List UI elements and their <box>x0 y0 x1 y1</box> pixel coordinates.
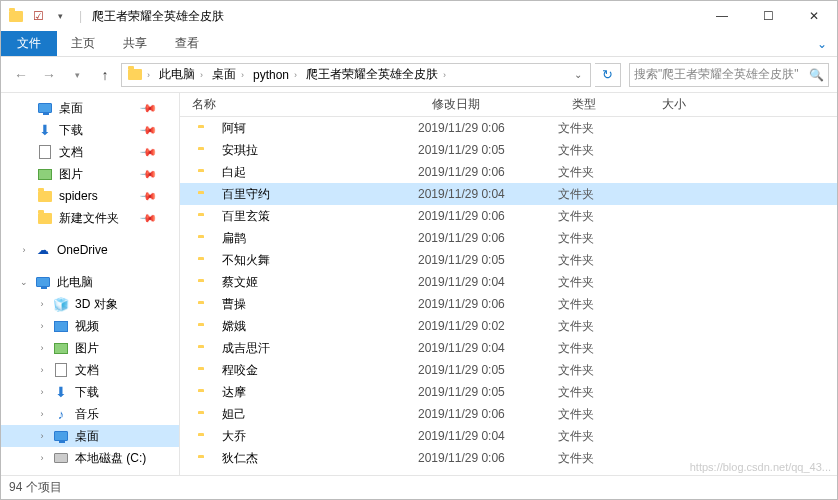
sidebar-item[interactable]: 桌面📌 <box>1 97 179 119</box>
ribbon-expand-icon[interactable]: ⌄ <box>807 31 837 56</box>
chevron-right-icon[interactable]: › <box>37 365 47 375</box>
table-row[interactable]: 大乔2019/11/29 0:04文件夹 <box>180 425 837 447</box>
sidebar-item[interactable]: ⬇下载📌 <box>1 119 179 141</box>
column-size[interactable]: 大小 <box>650 96 837 113</box>
chevron-down-icon[interactable]: ⌄ <box>19 277 29 287</box>
search-box[interactable]: 搜索"爬王者荣耀全英雄全皮肤" 🔍 <box>629 63 829 87</box>
tab-view[interactable]: 查看 <box>161 31 213 56</box>
file-date: 2019/11/29 0:06 <box>418 407 558 421</box>
breadcrumb[interactable]: › <box>126 69 155 80</box>
pin-icon: 📌 <box>138 164 157 183</box>
sidebar-item-label: 图片 <box>59 166 83 183</box>
nav-back-button[interactable]: ← <box>9 63 33 87</box>
sidebar-item-label: 下载 <box>75 384 99 401</box>
pin-icon: 📌 <box>138 186 157 205</box>
chevron-right-icon[interactable]: › <box>37 431 47 441</box>
refresh-button[interactable]: ↻ <box>595 63 621 87</box>
chevron-right-icon[interactable]: › <box>37 453 47 463</box>
chevron-right-icon[interactable]: › <box>37 409 47 419</box>
file-date: 2019/11/29 0:04 <box>418 341 558 355</box>
table-row[interactable]: 百里玄策2019/11/29 0:06文件夹 <box>180 205 837 227</box>
table-row[interactable]: 蔡文姬2019/11/29 0:04文件夹 <box>180 271 837 293</box>
sidebar-item[interactable]: ›⬇下载 <box>1 381 179 403</box>
chevron-right-icon[interactable]: › <box>37 343 47 353</box>
chevron-right-icon[interactable]: › <box>37 299 47 309</box>
table-row[interactable]: 安琪拉2019/11/29 0:05文件夹 <box>180 139 837 161</box>
chevron-right-icon[interactable]: › <box>440 70 449 80</box>
file-name: 达摩 <box>222 384 418 401</box>
file-type: 文件夹 <box>558 274 648 291</box>
sidebar-item-label: 下载 <box>59 122 83 139</box>
address-bar[interactable]: › 此电脑› 桌面› python› 爬王者荣耀全英雄全皮肤› ⌄ <box>121 63 591 87</box>
pin-icon: 📌 <box>138 98 157 117</box>
nav-history-icon[interactable]: ▾ <box>65 63 89 87</box>
table-row[interactable]: 达摩2019/11/29 0:05文件夹 <box>180 381 837 403</box>
table-row[interactable]: 曹操2019/11/29 0:06文件夹 <box>180 293 837 315</box>
qat-item-icon[interactable]: ☑ <box>29 7 47 25</box>
table-row[interactable]: 不知火舞2019/11/29 0:05文件夹 <box>180 249 837 271</box>
table-row[interactable]: 嫦娥2019/11/29 0:02文件夹 <box>180 315 837 337</box>
address-dropdown-icon[interactable]: ⌄ <box>574 69 586 80</box>
column-date[interactable]: 修改日期 <box>420 96 560 113</box>
nav-up-button[interactable]: ↑ <box>93 63 117 87</box>
sidebar-item[interactable]: ›文档 <box>1 359 179 381</box>
file-date: 2019/11/29 0:06 <box>418 121 558 135</box>
breadcrumb[interactable]: 爬王者荣耀全英雄全皮肤› <box>304 66 451 83</box>
file-name: 大乔 <box>222 428 418 445</box>
sidebar-onedrive[interactable]: ›☁OneDrive <box>1 239 179 261</box>
sidebar-item[interactable]: 新建文件夹📌 <box>1 207 179 229</box>
tab-home[interactable]: 主页 <box>57 31 109 56</box>
chevron-right-icon[interactable]: › <box>37 321 47 331</box>
table-row[interactable]: 成吉思汗2019/11/29 0:04文件夹 <box>180 337 837 359</box>
chevron-right-icon[interactable]: › <box>291 70 300 80</box>
sidebar-item[interactable]: ›本地磁盘 (C:) <box>1 447 179 469</box>
chevron-right-icon[interactable]: › <box>37 387 47 397</box>
table-row[interactable]: 阿轲2019/11/29 0:06文件夹 <box>180 117 837 139</box>
sidebar-item[interactable]: 文档📌 <box>1 141 179 163</box>
sidebar-icon <box>37 188 53 204</box>
sidebar-item[interactable]: ›🧊3D 对象 <box>1 293 179 315</box>
sidebar-thispc[interactable]: ⌄此电脑 <box>1 271 179 293</box>
file-type: 文件夹 <box>558 296 648 313</box>
column-name[interactable]: 名称 <box>180 96 420 113</box>
column-type[interactable]: 类型 <box>560 96 650 113</box>
sidebar-item[interactable]: 图片📌 <box>1 163 179 185</box>
sidebar-item[interactable]: ›♪音乐 <box>1 403 179 425</box>
sidebar-item[interactable]: ›视频 <box>1 315 179 337</box>
sidebar-item[interactable]: ›图片 <box>1 337 179 359</box>
main-content: 桌面📌⬇下载📌文档📌图片📌spiders📌新建文件夹📌›☁OneDrive⌄此电… <box>1 93 837 475</box>
file-date: 2019/11/29 0:04 <box>418 429 558 443</box>
chevron-right-icon[interactable]: › <box>238 70 247 80</box>
file-date: 2019/11/29 0:05 <box>418 253 558 267</box>
breadcrumb[interactable]: 桌面› <box>210 66 249 83</box>
breadcrumb[interactable]: 此电脑› <box>157 66 208 83</box>
file-list[interactable]: 阿轲2019/11/29 0:06文件夹安琪拉2019/11/29 0:05文件… <box>180 117 837 475</box>
sidebar-icon <box>37 144 53 160</box>
chevron-right-icon[interactable]: › <box>197 70 206 80</box>
breadcrumb[interactable]: python› <box>251 68 302 82</box>
chevron-right-icon[interactable]: › <box>144 70 153 80</box>
table-row[interactable]: 程咬金2019/11/29 0:05文件夹 <box>180 359 837 381</box>
table-row[interactable]: 狄仁杰2019/11/29 0:06文件夹 <box>180 447 837 469</box>
table-row[interactable]: 百里守约2019/11/29 0:04文件夹 <box>180 183 837 205</box>
file-date: 2019/11/29 0:06 <box>418 209 558 223</box>
navigation-pane[interactable]: 桌面📌⬇下载📌文档📌图片📌spiders📌新建文件夹📌›☁OneDrive⌄此电… <box>1 93 179 475</box>
sidebar-icon <box>53 428 69 444</box>
file-date: 2019/11/29 0:06 <box>418 231 558 245</box>
table-row[interactable]: 妲己2019/11/29 0:06文件夹 <box>180 403 837 425</box>
file-pane: 名称 修改日期 类型 大小 阿轲2019/11/29 0:06文件夹安琪拉201… <box>179 93 837 475</box>
table-row[interactable]: 扁鹊2019/11/29 0:06文件夹 <box>180 227 837 249</box>
tab-share[interactable]: 共享 <box>109 31 161 56</box>
qat-dropdown-icon[interactable]: ▾ <box>51 7 69 25</box>
chevron-right-icon[interactable]: › <box>19 245 29 255</box>
maximize-button[interactable]: ☐ <box>745 1 791 31</box>
sidebar-item[interactable]: ›桌面 <box>1 425 179 447</box>
minimize-button[interactable]: — <box>699 1 745 31</box>
file-type: 文件夹 <box>558 252 648 269</box>
search-icon[interactable]: 🔍 <box>809 68 824 82</box>
file-name: 扁鹊 <box>222 230 418 247</box>
close-button[interactable]: ✕ <box>791 1 837 31</box>
table-row[interactable]: 白起2019/11/29 0:06文件夹 <box>180 161 837 183</box>
file-tab[interactable]: 文件 <box>1 31 57 56</box>
sidebar-item[interactable]: spiders📌 <box>1 185 179 207</box>
